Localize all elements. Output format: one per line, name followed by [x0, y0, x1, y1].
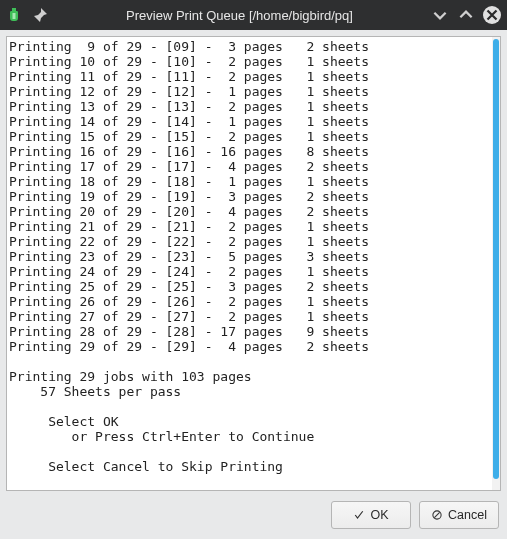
window-controls [431, 6, 501, 24]
window-title: Preview Print Queue [/home/bigbird/pq] [58, 8, 421, 23]
pin-icon[interactable] [32, 7, 48, 23]
scrollbar-track[interactable] [492, 37, 500, 490]
log-container: Printing 9 of 29 - [09] - 3 pages 2 shee… [6, 36, 501, 491]
svg-rect-0 [13, 13, 16, 19]
titlebar: Preview Print Queue [/home/bigbird/pq] [0, 0, 507, 30]
cancel-icon [431, 509, 443, 521]
log-viewport[interactable]: Printing 9 of 29 - [09] - 3 pages 2 shee… [7, 37, 492, 490]
cancel-label: Cancel [448, 508, 487, 522]
svg-line-2 [434, 512, 439, 517]
maximize-button[interactable] [457, 6, 475, 24]
button-row: OK Cancel [6, 491, 501, 533]
ok-button[interactable]: OK [331, 501, 411, 529]
minimize-button[interactable] [431, 6, 449, 24]
check-icon [353, 509, 365, 521]
app-icon [6, 7, 22, 23]
close-button[interactable] [483, 6, 501, 24]
scrollbar-thumb[interactable] [493, 39, 499, 479]
log-text: Printing 9 of 29 - [09] - 3 pages 2 shee… [9, 39, 490, 474]
window-body: Printing 9 of 29 - [09] - 3 pages 2 shee… [0, 30, 507, 539]
ok-label: OK [370, 508, 388, 522]
cancel-button[interactable]: Cancel [419, 501, 499, 529]
